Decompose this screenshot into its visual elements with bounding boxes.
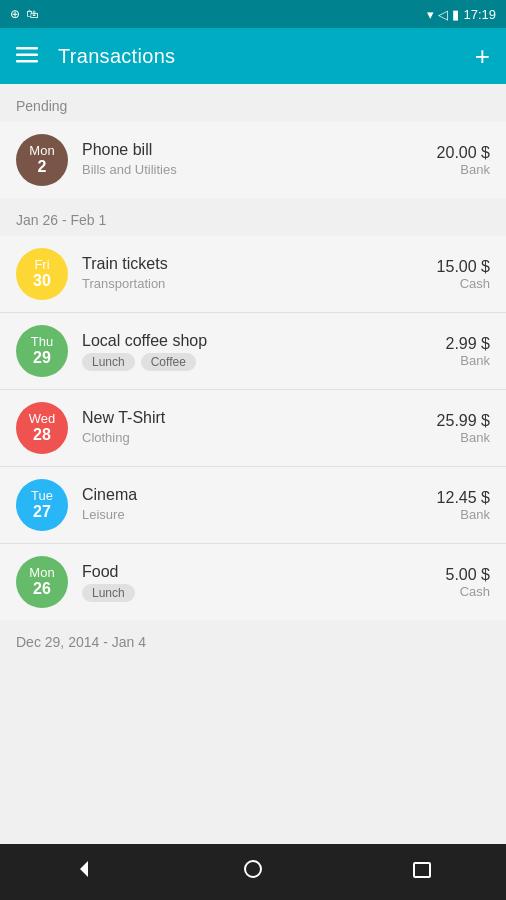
day-name: Tue: [31, 489, 53, 503]
date-circle: Mon 2: [16, 134, 68, 186]
transaction-tags: Lunch: [82, 584, 432, 602]
status-bar: ⊕ 🛍 ▾ ◁ ▮ 17:19: [0, 0, 506, 28]
transaction-category: Bills and Utilities: [82, 162, 423, 177]
date-circle: Mon 26: [16, 556, 68, 608]
transaction-info: Food Lunch: [82, 563, 432, 602]
amount-source: Bank: [437, 507, 490, 522]
transaction-amount: 12.45 $ Bank: [437, 489, 490, 522]
transaction-name: Local coffee shop: [82, 332, 432, 350]
section-pending: Pending Mon 2 Phone bill Bills and Utili…: [0, 84, 506, 198]
day-num: 29: [33, 349, 51, 367]
amount-value: 25.99 $: [437, 412, 490, 430]
time-display: 17:19: [463, 7, 496, 22]
day-name: Wed: [29, 412, 56, 426]
amount-source: Cash: [437, 276, 490, 291]
transaction-name: Train tickets: [82, 255, 423, 273]
transaction-item[interactable]: Mon 2 Phone bill Bills and Utilities 20.…: [0, 122, 506, 198]
section-label-pending: Pending: [0, 84, 506, 122]
recents-button[interactable]: [412, 859, 432, 885]
transaction-info: New T-Shirt Clothing: [82, 409, 423, 448]
date-circle: Tue 27: [16, 479, 68, 531]
back-button[interactable]: [74, 859, 94, 885]
transaction-tags: Lunch Coffee: [82, 353, 432, 371]
day-name: Thu: [31, 335, 53, 349]
amount-value: 12.45 $: [437, 489, 490, 507]
transaction-category: Clothing: [82, 430, 423, 445]
transaction-category: Transportation: [82, 276, 423, 291]
day-name: Mon: [29, 144, 54, 158]
transaction-item[interactable]: Thu 29 Local coffee shop Lunch Coffee 2.…: [0, 313, 506, 390]
add-button[interactable]: +: [475, 43, 490, 69]
section-label-dec29: Dec 29, 2014 - Jan 4: [0, 620, 506, 658]
transaction-amount: 20.00 $ Bank: [437, 144, 490, 177]
toolbar: Transactions +: [0, 28, 506, 84]
day-num: 2: [38, 158, 47, 176]
transaction-name: Phone bill: [82, 141, 423, 159]
transaction-amount: 25.99 $ Bank: [437, 412, 490, 445]
android-icon: ⊕: [10, 7, 20, 21]
section-label-jan26: Jan 26 - Feb 1: [0, 198, 506, 236]
amount-source: Cash: [446, 584, 490, 599]
home-button[interactable]: [243, 859, 263, 885]
transaction-category: Leisure: [82, 507, 423, 522]
amount-value: 20.00 $: [437, 144, 490, 162]
transaction-info: Train tickets Transportation: [82, 255, 423, 294]
amount-value: 2.99 $: [446, 335, 490, 353]
day-name: Mon: [29, 566, 54, 580]
transaction-item[interactable]: Tue 27 Cinema Leisure 12.45 $ Bank: [0, 467, 506, 544]
tag-lunch: Lunch: [82, 353, 135, 371]
battery-icon: ▮: [452, 7, 459, 22]
transaction-item[interactable]: Fri 30 Train tickets Transportation 15.0…: [0, 236, 506, 313]
tag-lunch: Lunch: [82, 584, 135, 602]
transaction-info: Phone bill Bills and Utilities: [82, 141, 423, 180]
transaction-amount: 15.00 $ Cash: [437, 258, 490, 291]
svg-marker-3: [80, 861, 88, 877]
bottom-nav: [0, 844, 506, 900]
svg-rect-1: [16, 54, 38, 57]
menu-button[interactable]: [16, 45, 38, 67]
page-title: Transactions: [58, 45, 475, 68]
day-name: Fri: [34, 258, 49, 272]
transaction-amount: 5.00 $ Cash: [446, 566, 490, 599]
date-circle: Thu 29: [16, 325, 68, 377]
section-dec29: Dec 29, 2014 - Jan 4: [0, 620, 506, 658]
day-num: 27: [33, 503, 51, 521]
tag-coffee: Coffee: [141, 353, 196, 371]
content-area: Pending Mon 2 Phone bill Bills and Utili…: [0, 84, 506, 844]
bag-icon: 🛍: [26, 7, 38, 21]
svg-point-4: [245, 861, 261, 877]
transaction-amount: 2.99 $ Bank: [446, 335, 490, 368]
section-jan26: Jan 26 - Feb 1 Fri 30 Train tickets Tran…: [0, 198, 506, 620]
status-bar-left: ⊕ 🛍: [10, 7, 38, 21]
day-num: 28: [33, 426, 51, 444]
transaction-item[interactable]: Wed 28 New T-Shirt Clothing 25.99 $ Bank: [0, 390, 506, 467]
svg-rect-2: [16, 60, 38, 63]
svg-rect-5: [414, 863, 430, 877]
transaction-name: Cinema: [82, 486, 423, 504]
amount-value: 5.00 $: [446, 566, 490, 584]
amount-source: Bank: [437, 162, 490, 177]
amount-value: 15.00 $: [437, 258, 490, 276]
date-circle: Wed 28: [16, 402, 68, 454]
amount-source: Bank: [446, 353, 490, 368]
transaction-item[interactable]: Mon 26 Food Lunch 5.00 $ Cash: [0, 544, 506, 620]
svg-rect-0: [16, 47, 38, 50]
day-num: 30: [33, 272, 51, 290]
transaction-name: Food: [82, 563, 432, 581]
date-circle: Fri 30: [16, 248, 68, 300]
signal-icon: ◁: [438, 7, 448, 22]
transaction-info: Cinema Leisure: [82, 486, 423, 525]
transaction-name: New T-Shirt: [82, 409, 423, 427]
day-num: 26: [33, 580, 51, 598]
amount-source: Bank: [437, 430, 490, 445]
wifi-icon: ▾: [427, 7, 434, 22]
status-bar-right: ▾ ◁ ▮ 17:19: [427, 7, 496, 22]
transaction-info: Local coffee shop Lunch Coffee: [82, 332, 432, 371]
